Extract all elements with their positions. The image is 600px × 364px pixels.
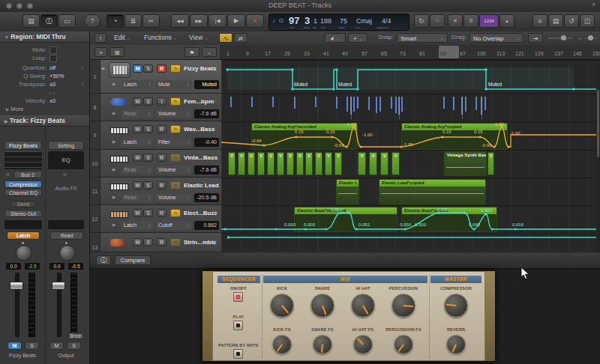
automation-mode-latch[interactable]: Latch [7,231,40,240]
automation-mode-dropdown[interactable]: Latch↕ [122,221,153,230]
automation-badge-icon[interactable]: ∿ [170,238,181,246]
track-solo-button[interactable]: S [143,64,153,73]
stop-button[interactable]: |◀ [208,14,226,28]
strings-icon[interactable] [110,239,124,246]
lane-electric-buzz[interactable]: Electric Buzz*recorded Electric Buzz*cop… [221,205,600,233]
track-header-fizzy-beats[interactable]: 1 ▶ M S R ∿ Fizzy Beats ○ ▶ Latch↕ Mute↕… [90,60,221,94]
stepper-icon[interactable]: ↕ [81,81,84,86]
vertical-zoom-slider[interactable] [548,37,573,39]
apple-loops-button[interactable]: ↺ [564,14,579,28]
region-inspector-header[interactable]: ▼ Region: MIDI Thru [0,31,89,43]
automation-param-dropdown[interactable]: Volume↕ [156,166,192,175]
track-record-button[interactable]: R [157,181,166,189]
track-header-fem-bpm[interactable]: 8 M S I ∿ Fem...bpm ○ ▶ Read↕ Volume↕ -7… [90,94,221,121]
eq-thumbnail[interactable] [4,151,42,169]
track-solo-button[interactable]: S [143,97,153,106]
record-button[interactable]: ● [246,14,264,28]
mini-region[interactable]: V [380,152,388,175]
track-on-icon[interactable]: ○ [214,239,217,243]
midi-draw-button[interactable]: ⇄ [234,33,248,43]
automation-badge-icon[interactable]: ∿ [170,181,181,189]
automation-value[interactable]: -7.6 dB [194,166,219,175]
automation-value[interactable]: -20.5 dB [194,193,219,202]
automation-badge-icon[interactable]: ∿ [170,97,181,106]
mini-region[interactable]: V [277,152,284,175]
track-name[interactable]: Vinta...Bass [184,154,218,161]
track-on-icon[interactable]: ○ [214,126,217,130]
automation-param-dropdown[interactable]: Volume↕ [156,109,192,118]
mini-region[interactable]: V [248,152,255,175]
lcd-bar[interactable]: 97 [289,15,299,26]
horizontal-zoom-slider[interactable] [585,37,597,39]
autopunch-button[interactable]: ✎ [430,14,445,28]
horizontal-zoom-handle[interactable] [588,35,593,40]
drum-machine-icon[interactable] [109,62,130,78]
library-button[interactable]: ▤ [22,14,40,28]
inspector-button[interactable]: ⓘ [40,14,58,28]
track-header-wav-bass[interactable]: 9 M S R ∿ Wav...Bass ○ ▶ Latch↕ Filter↕ … [90,121,221,150]
add-track-button[interactable]: + [94,47,107,57]
snarefx-knob[interactable] [313,335,332,354]
track-record-button[interactable]: R [157,64,166,73]
arrange-lanes[interactable]: Muted Muted Muted [221,60,600,252]
track-name[interactable]: Strin...mble [184,239,217,246]
lcd-beat[interactable]: 3 [304,15,310,26]
cutoff-automation-curve[interactable] [221,206,600,234]
kickfx-knob[interactable] [272,335,292,354]
automation-value[interactable]: Muted [194,80,219,89]
track-name[interactable]: Wav...Bass [184,126,214,133]
track-mute-button[interactable]: M [133,154,142,162]
strip-mute-button-output[interactable]: M [50,342,64,350]
lane-fizzy-beats[interactable]: Muted Muted Muted [221,60,600,94]
command-click-tool-menu[interactable]: + ⌄ [348,33,368,43]
track-on-icon[interactable]: ○ [214,98,217,103]
level-value-output[interactable]: -0.5 [68,263,83,270]
replace-button[interactable]: ✕ [448,14,463,28]
list-editors-button[interactable]: ≡ [532,14,548,28]
rewind-button[interactable]: ◀◀ [171,14,189,28]
lcd-display[interactable]: ♪ Ω 97 3 1 188 75 Cmaj 4/4 bar beat div … [268,13,410,31]
play-button[interactable]: ▶ [227,14,245,28]
disclosure-right-icon[interactable]: ▶ [112,111,116,115]
volume-fader-cap-output[interactable] [52,282,65,290]
track-header-strings-ensemble[interactable]: 13 M S R ∿ Strin...mble ○ [90,233,221,252]
view-menu[interactable]: View ⌄ [189,34,208,41]
mini-region[interactable]: V [257,152,265,175]
strip-mute-button[interactable]: M [8,342,22,350]
synth-keyboard-icon[interactable] [110,183,128,190]
lcd-div[interactable]: 1 [314,17,317,25]
compressor-knob[interactable] [444,294,468,318]
automation-value[interactable]: 0.862 [194,221,219,230]
mini-region[interactable]: V [325,152,332,175]
track-solo-button[interactable]: S [143,238,153,246]
lcd-tick[interactable]: 188 [320,17,332,25]
note-pads-button[interactable]: ▤ [548,14,563,28]
duplicate-track-button[interactable]: ⊞ [110,47,124,57]
qswing-value[interactable]: +50% [50,73,64,79]
waveform-zoom-button[interactable]: ⇥ [528,33,543,43]
setting-button[interactable]: Setting [48,141,84,150]
automation-mode-read[interactable]: Read [50,231,83,240]
region-mute-checkbox[interactable] [50,46,57,54]
automation-mode-dropdown[interactable]: Latch↕ [122,138,153,147]
mini-region[interactable]: V [238,152,245,175]
automation-badge-icon[interactable]: ∿ [170,125,181,133]
track-mute-button[interactable]: M [133,125,142,133]
track-record-button[interactable]: R [157,154,166,162]
level-value[interactable]: -2.5 [25,263,40,270]
lcd-tempo[interactable]: 75 [340,17,347,25]
synth-keyboard-icon[interactable] [110,156,128,163]
mini-region[interactable]: V [286,152,294,175]
cycle-button[interactable]: ↻ [414,14,429,28]
lane-vintage-bass[interactable]: V V V V V V V V V V V V V V V V Vintage … [221,150,600,178]
pan-knob-output[interactable] [59,245,76,261]
editors-button[interactable]: ✂ [142,14,160,28]
track-record-button[interactable]: R [157,125,166,133]
disclosure-right-icon[interactable]: ▶ [112,195,116,199]
disclosure-right-icon[interactable]: ▶ [102,66,105,70]
compare-button[interactable]: Compare [115,255,151,265]
stepper-icon[interactable]: ↕ [81,64,84,70]
group-slot[interactable] [4,220,42,229]
strip-solo-button-output[interactable]: S [67,342,81,350]
region-loop-checkbox[interactable] [50,55,57,62]
